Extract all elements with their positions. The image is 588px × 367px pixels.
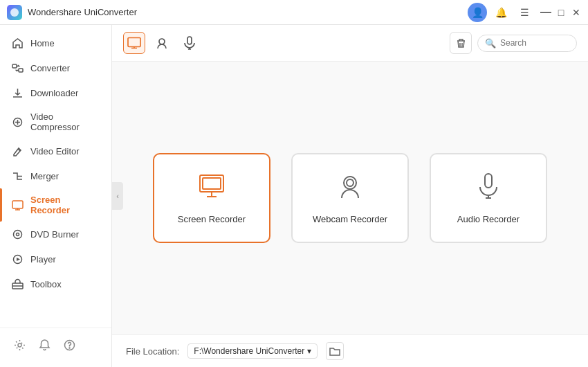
converter-icon [11, 62, 24, 74]
svg-point-13 [159, 39, 165, 44]
tab-screen-recorder[interactable] [123, 32, 145, 54]
search-icon: 🔍 [485, 38, 496, 48]
screen-recorder-icon [11, 199, 24, 211]
screen-recorder-card[interactable]: Screen Recorder [153, 153, 270, 243]
sidebar-item-video-compressor[interactable]: Video Compressor [0, 105, 111, 138]
maximize-button[interactable]: □ [556, 8, 566, 17]
title-bar-actions: 👤 🔔 ☰ — □ ✕ [468, 3, 581, 22]
svg-point-0 [10, 8, 19, 17]
file-location-dropdown[interactable]: F:\Wondershare UniConverter ▾ [187, 343, 318, 359]
sidebar-bottom [0, 328, 111, 361]
sidebar-label-dvd-burner: DVD Burner [30, 229, 79, 240]
sidebar-item-dvd-burner[interactable]: DVD Burner [0, 222, 111, 247]
sidebar-item-merger[interactable]: Merger [0, 163, 111, 188]
sidebar-label-converter: Converter [30, 63, 70, 73]
sidebar-label-downloader: Downloader [30, 88, 78, 98]
sidebar-item-downloader[interactable]: Downloader [0, 80, 111, 105]
edit-icon [11, 145, 24, 157]
sidebar-label-video-compressor: Video Compressor [30, 111, 100, 132]
tab-webcam-recorder[interactable] [151, 32, 173, 54]
file-location-label: File Location: [126, 346, 179, 357]
app-title: Wondershare UniConverter [28, 7, 468, 17]
svg-point-17 [344, 177, 356, 189]
home-icon [11, 37, 24, 49]
screen-recorder-card-icon [198, 172, 226, 206]
title-bar: Wondershare UniConverter 👤 🔔 ☰ — □ ✕ [0, 0, 588, 25]
content-area: ‹ [112, 25, 588, 367]
dvd-icon [11, 228, 24, 240]
bottom-bar: File Location: F:\Wondershare UniConvert… [112, 334, 588, 367]
sidebar-label-toolbox: Toolbox [30, 279, 62, 289]
webcam-recorder-card[interactable]: Webcam Recorder [291, 153, 409, 243]
svg-point-18 [347, 179, 353, 186]
sidebar-label-screen-recorder: Screen Recorder [30, 195, 100, 215]
main-layout: Home Converter Downloader [0, 25, 588, 367]
bell-button[interactable]: 🔔 [491, 3, 511, 22]
settings-icon[interactable] [8, 334, 30, 356]
webcam-recorder-card-label: Webcam Recorder [313, 214, 387, 224]
tab-audio-recorder[interactable] [178, 32, 201, 54]
delete-button[interactable] [450, 32, 472, 54]
svg-rect-12 [128, 38, 140, 47]
sidebar-label-merger: Merger [30, 171, 59, 181]
svg-rect-4 [12, 201, 23, 208]
svg-rect-1 [12, 64, 17, 68]
play-icon [11, 253, 24, 265]
search-input[interactable] [500, 38, 569, 48]
browse-folder-button[interactable] [326, 342, 344, 360]
app-logo [7, 5, 22, 20]
sidebar: Home Converter Downloader [0, 25, 112, 367]
merge-icon [11, 170, 24, 182]
svg-rect-19 [485, 174, 492, 188]
svg-rect-16 [203, 178, 221, 189]
compress-icon [11, 116, 24, 128]
sidebar-item-converter[interactable]: Converter [0, 55, 111, 80]
menu-button[interactable]: ☰ [515, 3, 534, 22]
screen-recorder-card-label: Screen Recorder [178, 214, 246, 224]
audio-recorder-card-label: Audio Recorder [457, 214, 520, 224]
close-button[interactable]: ✕ [571, 8, 581, 17]
downloader-icon [11, 87, 24, 99]
svg-point-6 [16, 233, 19, 235]
svg-point-5 [13, 230, 21, 238]
minimize-button[interactable]: — [541, 8, 551, 17]
svg-point-9 [18, 343, 21, 347]
search-box: 🔍 [477, 35, 577, 52]
sidebar-label-home: Home [30, 38, 55, 48]
sidebar-item-player[interactable]: Player [0, 247, 111, 271]
svg-rect-14 [187, 37, 192, 44]
cards-row: Screen Recorder Webcam Recorder [153, 153, 547, 243]
audio-recorder-card-icon [475, 172, 502, 206]
audio-recorder-card[interactable]: Audio Recorder [430, 153, 547, 243]
sidebar-label-video-editor: Video Editor [30, 146, 80, 156]
sidebar-item-video-editor[interactable]: Video Editor [0, 138, 111, 163]
top-toolbar: 🔍 [112, 25, 588, 62]
user-button[interactable]: 👤 [468, 3, 487, 22]
file-path-text: F:\Wondershare UniConverter [194, 346, 304, 356]
webcam-recorder-card-icon [336, 172, 364, 206]
sidebar-item-toolbox[interactable]: Toolbox [0, 271, 111, 296]
bell-icon[interactable] [33, 334, 55, 356]
window-controls: — □ ✕ [541, 8, 581, 17]
toolbox-icon [11, 278, 24, 290]
sidebar-item-screen-recorder[interactable]: Screen Recorder [0, 188, 111, 222]
sidebar-item-home[interactable]: Home [0, 30, 111, 55]
svg-rect-2 [19, 69, 23, 72]
help-icon[interactable] [58, 334, 80, 356]
sidebar-label-player: Player [30, 254, 56, 265]
cards-area: Screen Recorder Webcam Recorder [112, 62, 588, 334]
svg-point-11 [69, 348, 70, 348]
collapse-handle[interactable]: ‹ [112, 182, 123, 210]
dropdown-arrow-icon: ▾ [307, 346, 311, 356]
